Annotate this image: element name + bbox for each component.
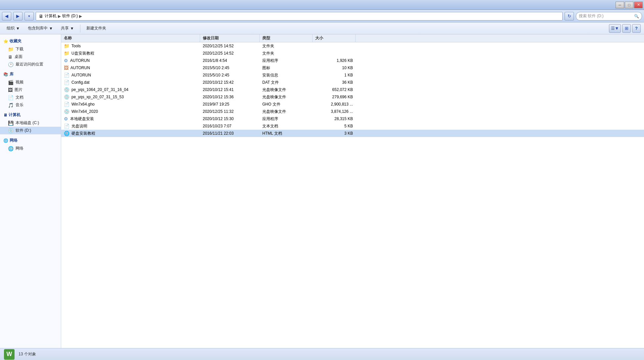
breadcrumb-sep1: ▶: [58, 14, 61, 19]
sidebar-item-network[interactable]: 🌐 网络: [0, 145, 61, 152]
search-box[interactable]: 搜索 软件 (D:) 🔍: [576, 12, 642, 21]
star-icon: ⭐: [3, 39, 8, 44]
share-button[interactable]: 共享 ▼: [58, 24, 77, 33]
sidebar-item-recent[interactable]: 🕐 最近访问的位置: [0, 61, 61, 68]
title-bar: ─ □ ✕: [0, 0, 644, 10]
network-item-label: 网络: [16, 146, 23, 151]
forward-button[interactable]: ▶: [13, 12, 22, 21]
file-type-icon: 📄: [64, 80, 69, 85]
table-row[interactable]: 🖼AUTORUN2015/5/10 2:45图标10 KB: [61, 64, 644, 71]
file-type-icon: 💿: [64, 94, 69, 100]
network-label: 网络: [10, 138, 18, 143]
table-row[interactable]: 📄Win7x64.gho2019/9/7 19:25GHO 文件2,900,81…: [61, 101, 644, 108]
file-name-label: 本地硬盘安装: [70, 116, 94, 122]
favorites-header[interactable]: ⭐ 收藏夹: [0, 37, 61, 45]
library-section: 📚 库 🎬 视频 🖼 图片 📄 文档 🎵 音乐: [0, 70, 61, 109]
sidebar-item-documents[interactable]: 📄 文档: [0, 94, 61, 101]
include-library-button[interactable]: 包含到库中 ▼: [24, 24, 56, 33]
file-name-label: U盘安装教程: [71, 51, 94, 56]
file-type-icon: ⚙: [64, 58, 68, 63]
pictures-icon: 🖼: [8, 87, 13, 93]
restore-button[interactable]: □: [625, 2, 633, 8]
table-row[interactable]: 💿Win7x64_20202020/12/25 11:32光盘映像文件3,874…: [61, 108, 644, 115]
help-button[interactable]: ?: [632, 24, 641, 33]
desktop-label: 桌面: [15, 54, 22, 60]
table-row[interactable]: ⚙本地硬盘安装2020/10/12 15:30应用程序28,315 KB: [61, 115, 644, 122]
table-row[interactable]: 📁U盘安装教程2020/12/25 14:52文件夹: [61, 50, 644, 57]
window-controls: ─ □ ✕: [616, 2, 643, 8]
status-bar: W 13 个对象: [0, 348, 644, 360]
organize-label: 组织: [7, 25, 15, 31]
recent-label: 最近访问的位置: [16, 62, 43, 67]
breadcrumb[interactable]: 🖥 计算机 ▶ 软件 (D:) ▶: [36, 12, 563, 21]
video-icon: 🎬: [8, 80, 14, 85]
sidebar-item-music[interactable]: 🎵 音乐: [0, 101, 61, 109]
file-name-cell: 📄AUTORUN: [61, 71, 200, 79]
file-name-label: pe_yqs_xp_20_07_31_15_53: [71, 95, 124, 99]
preview-pane-button[interactable]: ⊞: [622, 24, 631, 33]
include-dropdown-icon: ▼: [49, 26, 53, 31]
table-row[interactable]: 📄AUTORUN2015/5/10 2:45安装信息1 KB: [61, 71, 644, 79]
breadcrumb-computer[interactable]: 计算机: [45, 13, 57, 19]
sidebar-item-software-d[interactable]: 💿 软件 (D:): [0, 127, 61, 134]
file-name-label: AUTORUN: [71, 73, 91, 77]
view-toggle-button[interactable]: ☰▼: [609, 24, 621, 33]
library-label: 库: [10, 71, 14, 77]
file-size-cell: 279,696 KB: [313, 93, 356, 101]
minimize-button[interactable]: ─: [616, 2, 624, 8]
file-type-cell: 光盘映像文件: [260, 108, 313, 115]
file-name-label: AUTORUN: [70, 66, 90, 70]
file-name-cell: ⚙本地硬盘安装: [61, 115, 200, 122]
file-list-container: 名称 修改日期 类型 大小 📁Tools2020/12/25 14:52文件夹📁…: [61, 34, 644, 348]
table-row[interactable]: 💿pe_yqs_xp_20_07_31_15_532020/10/12 15:3…: [61, 93, 644, 101]
table-row[interactable]: ⚙AUTORUN2016/1/8 4:54应用程序1,926 KB: [61, 57, 644, 64]
organize-dropdown-icon: ▼: [16, 26, 20, 31]
sidebar-item-pictures[interactable]: 🖼 图片: [0, 86, 61, 94]
file-date-cell: 2016/11/21 22:03: [200, 130, 260, 137]
file-date-cell: 2020/10/12 15:30: [200, 115, 260, 122]
organize-button[interactable]: 组织 ▼: [3, 24, 23, 33]
file-name-label: 硬盘安装教程: [71, 131, 95, 136]
col-header-size[interactable]: 大小: [313, 34, 356, 42]
library-header[interactable]: 📚 库: [0, 70, 61, 78]
documents-label: 文档: [16, 95, 23, 100]
computer-icon: 🖥: [3, 113, 7, 117]
file-name-label: Win7x64_2020: [71, 109, 98, 114]
sidebar-item-local-c[interactable]: 💾 本地磁盘 (C:): [0, 119, 61, 127]
new-folder-button[interactable]: 新建文件夹: [83, 24, 109, 33]
col-header-date[interactable]: 修改日期: [200, 34, 260, 42]
sidebar: ⭐ 收藏夹 📁 下载 🖥 桌面 🕐 最近访问的位置 📚 库 🎬: [0, 34, 61, 348]
computer-header[interactable]: 🖥 计算机: [0, 111, 61, 119]
network-header[interactable]: 🌐 网络: [0, 136, 61, 145]
file-size-cell: [313, 50, 356, 57]
file-type-icon: ⚙: [64, 116, 68, 121]
software-d-label: 软件 (D:): [16, 128, 31, 133]
file-name-label: Win7x64.gho: [71, 102, 95, 107]
sidebar-item-download[interactable]: 📁 下载: [0, 45, 61, 53]
file-date-cell: 2020/10/12 15:41: [200, 86, 260, 93]
table-row[interactable]: 📁Tools2020/12/25 14:52文件夹: [61, 42, 644, 50]
breadcrumb-drive[interactable]: 软件 (D:): [62, 13, 78, 19]
sidebar-item-video[interactable]: 🎬 视频: [0, 78, 61, 86]
table-row[interactable]: 📄Config.dat2020/10/12 15:42DAT 文件36 KB: [61, 79, 644, 86]
recent-locations-button[interactable]: ▼: [24, 12, 34, 21]
network-section: 🌐 网络 🌐 网络: [0, 136, 61, 152]
file-date-cell: 2020/12/25 14:52: [200, 50, 260, 57]
file-type-cell: HTML 文档: [260, 130, 313, 137]
file-type-cell: 安装信息: [260, 71, 313, 79]
col-header-name[interactable]: 名称: [61, 34, 200, 42]
recent-icon: 🕐: [8, 62, 14, 67]
file-type-cell: GHO 文件: [260, 101, 313, 108]
file-type-icon: 📁: [64, 43, 69, 49]
close-button[interactable]: ✕: [634, 2, 643, 8]
file-name-cell: 💿pe_yqs_1064_20_07_31_16_04: [61, 86, 200, 93]
col-header-type[interactable]: 类型: [260, 34, 313, 42]
table-row[interactable]: 🌐硬盘安装教程2016/11/21 22:03HTML 文档3 KB: [61, 130, 644, 137]
table-row[interactable]: 💿pe_yqs_1064_20_07_31_16_042020/10/12 15…: [61, 86, 644, 93]
back-button[interactable]: ◀: [2, 12, 11, 21]
sidebar-item-desktop[interactable]: 🖥 桌面: [0, 53, 61, 61]
table-row[interactable]: 📄光盘说明2016/10/23 7:07文本文档5 KB: [61, 122, 644, 130]
refresh-button[interactable]: ↻: [565, 12, 574, 21]
toolbar: 组织 ▼ 包含到库中 ▼ 共享 ▼ 新建文件夹 ☰▼ ⊞ ?: [0, 22, 644, 34]
file-date-cell: 2020/12/25 11:32: [200, 108, 260, 115]
